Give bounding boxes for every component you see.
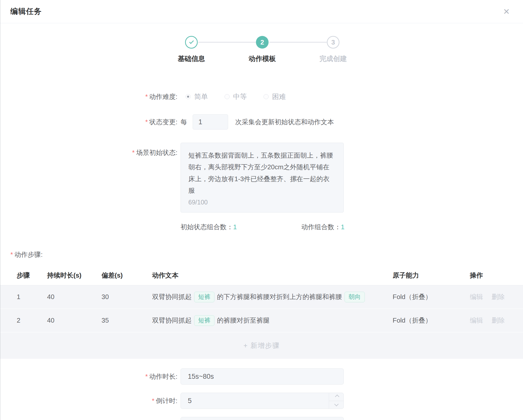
radio-label: 简单 bbox=[194, 92, 208, 101]
radio-icon[interactable] bbox=[225, 94, 230, 99]
step-3-label: 完成创建 bbox=[295, 54, 371, 63]
step-1-circle[interactable] bbox=[185, 36, 198, 49]
state-change-label: *状态变更: bbox=[0, 118, 177, 127]
row-step: 1 bbox=[17, 293, 47, 301]
countdown-row: *倒计时: 5 bbox=[0, 393, 523, 409]
state-change-input[interactable]: 1 bbox=[193, 114, 228, 130]
combination-stats: 初始状态组合数：1 动作组合数：1 bbox=[180, 223, 345, 232]
object-tag: 短裤 bbox=[194, 292, 214, 302]
table-row: 2 40 35 双臂协同抓起 短裤 的裤腰对折至裤腿 Fold（折叠） 编辑 删… bbox=[0, 309, 523, 332]
check-icon bbox=[189, 39, 194, 44]
stepper: 基础信息 2 动作模板 3 完成创建 bbox=[0, 31, 523, 69]
row-action-text: 双臂协同抓起 短裤 的下方裤腿和裤腰对折到上方的裤腿和裤腰 朝向 bbox=[152, 292, 393, 302]
col-ability: 原子能力 bbox=[393, 271, 470, 280]
radio-label: 困难 bbox=[272, 92, 286, 101]
col-duration: 持续时长(s) bbox=[47, 271, 102, 280]
state-change-control: 每 1 次采集会更新初始状态和动作文本 bbox=[180, 114, 334, 130]
step-action-template[interactable]: 2 动作模板 bbox=[224, 36, 300, 63]
close-icon[interactable]: ✕ bbox=[503, 8, 510, 16]
required-mark: * bbox=[132, 149, 135, 156]
radio-icon-selected[interactable] bbox=[186, 94, 191, 99]
radio-option-medium[interactable]: 中等 bbox=[225, 92, 247, 101]
row-step: 2 bbox=[17, 317, 47, 324]
row-ability: Fold（折叠） bbox=[393, 292, 470, 301]
initial-state-label: *场景初始状态: bbox=[0, 148, 177, 157]
step-complete-creation[interactable]: 3 完成创建 bbox=[295, 36, 371, 63]
step-3-number: 3 bbox=[331, 38, 335, 46]
required-mark: * bbox=[145, 118, 148, 126]
action-duration-input[interactable]: 15s~80s bbox=[180, 368, 344, 385]
difficulty-options: 简单 中等 困难 bbox=[180, 92, 297, 101]
number-stepper bbox=[329, 393, 344, 409]
required-mark: * bbox=[145, 373, 148, 380]
ratio-row: *非常规比例: 5% bbox=[0, 417, 523, 420]
orientation-tag: 朝向 bbox=[345, 292, 365, 302]
step-2-circle[interactable]: 2 bbox=[256, 36, 269, 49]
table-row: 1 40 30 双臂协同抓起 短裤 的下方裤腿和裤腰对折到上方的裤腿和裤腰 朝向… bbox=[0, 285, 523, 309]
table-header: 步骤 持续时长(s) 偏差(s) 动作文本 原子能力 操作 bbox=[0, 266, 523, 285]
delete-button[interactable]: 删除 bbox=[492, 316, 505, 325]
action-duration-row: *动作时长: 15s~80s bbox=[0, 368, 523, 385]
step-basic-info[interactable]: 基础信息 bbox=[153, 36, 229, 63]
form-upper: *动作难度: 简单 中等 困难 *状态变更: 每 1 次采集会更新初始状态和动作… bbox=[0, 92, 523, 232]
row-duration: 40 bbox=[47, 317, 102, 324]
initial-state-text: 短裤五条数据背面朝上，五条数据正面朝上，裤腰朝右，离头部视野下方至少20cm之外… bbox=[188, 150, 336, 196]
col-deviation: 偏差(s) bbox=[102, 271, 152, 280]
decrement-button[interactable] bbox=[329, 401, 344, 409]
state-change-prefix: 每 bbox=[180, 118, 187, 127]
action-steps-label: *动作步骤: bbox=[10, 250, 523, 259]
step-2-label: 动作模板 bbox=[224, 54, 300, 63]
action-combo-stat: 动作组合数：1 bbox=[301, 223, 345, 232]
row-ability: Fold（折叠） bbox=[393, 316, 470, 325]
initial-state-textarea[interactable]: 短裤五条数据背面朝上，五条数据正面朝上，裤腰朝右，离头部视野下方至少20cm之外… bbox=[180, 143, 344, 213]
initial-state-row: *场景初始状态: 短裤五条数据背面朝上，五条数据正面朝上，裤腰朝右，离头部视野下… bbox=[0, 143, 523, 213]
step-1-label: 基础信息 bbox=[153, 54, 229, 63]
form-lower: *动作时长: 15s~80s *倒计时: 5 *非常规比例: 5% bbox=[0, 368, 523, 420]
countdown-input[interactable]: 5 bbox=[180, 393, 344, 409]
chevron-down-icon bbox=[334, 402, 338, 406]
required-mark: * bbox=[10, 251, 13, 258]
step-2-number: 2 bbox=[260, 38, 264, 46]
char-counter: 69/100 bbox=[188, 197, 208, 208]
state-change-suffix: 次采集会更新初始状态和动作文本 bbox=[235, 118, 334, 127]
row-deviation: 35 bbox=[102, 317, 152, 324]
state-change-row: *状态变更: 每 1 次采集会更新初始状态和动作文本 bbox=[0, 114, 523, 130]
dialog-title: 编辑任务 bbox=[10, 6, 42, 17]
action-combo-value: 1 bbox=[341, 223, 345, 231]
col-action-text: 动作文本 bbox=[152, 271, 393, 280]
add-step-row: + 新增步骤 bbox=[0, 332, 523, 359]
action-duration-label: *动作时长: bbox=[0, 372, 177, 381]
initial-combo-value: 1 bbox=[233, 223, 237, 231]
required-mark: * bbox=[152, 397, 154, 405]
row-operations: 编辑 删除 bbox=[470, 316, 523, 325]
increment-button[interactable] bbox=[329, 393, 344, 401]
col-operations: 操作 bbox=[470, 271, 523, 280]
object-tag: 短裤 bbox=[194, 315, 214, 326]
difficulty-label: *动作难度: bbox=[0, 92, 177, 101]
step-3-circle[interactable]: 3 bbox=[327, 36, 339, 49]
edit-button[interactable]: 编辑 bbox=[470, 292, 483, 301]
edit-button[interactable]: 编辑 bbox=[470, 316, 483, 325]
ratio-select[interactable]: 5% bbox=[180, 417, 344, 420]
countdown-label: *倒计时: bbox=[0, 396, 177, 405]
row-duration: 40 bbox=[47, 293, 102, 301]
required-mark: * bbox=[145, 93, 148, 100]
difficulty-row: *动作难度: 简单 中等 困难 bbox=[0, 92, 523, 101]
row-deviation: 30 bbox=[102, 293, 152, 301]
col-step: 步骤 bbox=[17, 271, 47, 280]
radio-icon[interactable] bbox=[264, 94, 269, 99]
radio-label: 中等 bbox=[233, 92, 247, 101]
row-action-text: 双臂协同抓起 短裤 的裤腰对折至裤腿 bbox=[152, 315, 393, 326]
row-operations: 编辑 删除 bbox=[470, 292, 523, 301]
add-step-button[interactable]: + 新增步骤 bbox=[244, 341, 280, 350]
initial-combo-stat: 初始状态组合数：1 bbox=[180, 223, 237, 232]
dialog-header: 编辑任务 ✕ bbox=[0, 0, 523, 23]
radio-option-hard[interactable]: 困难 bbox=[264, 92, 286, 101]
delete-button[interactable]: 删除 bbox=[492, 292, 505, 301]
radio-option-simple[interactable]: 简单 bbox=[186, 92, 208, 101]
chevron-up-icon bbox=[335, 395, 339, 399]
